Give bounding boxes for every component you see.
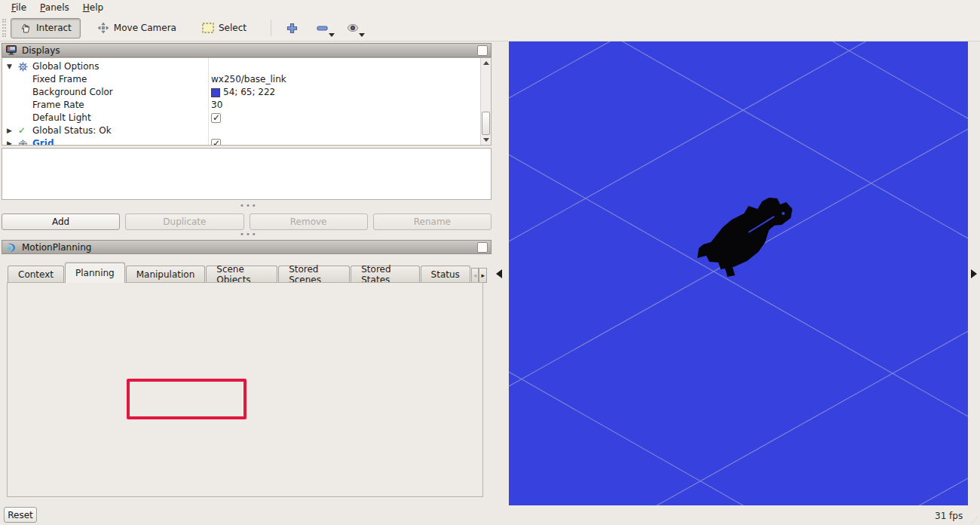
menu-bar: File Panels Help bbox=[0, 0, 980, 15]
fps-counter: 31 fps bbox=[935, 511, 963, 521]
rename-display-button[interactable]: Rename bbox=[373, 213, 492, 230]
viewport-scene bbox=[509, 41, 968, 505]
toolbar-separator bbox=[271, 20, 271, 36]
robot-arm-silhouette bbox=[697, 198, 792, 277]
grid-icon bbox=[18, 139, 28, 146]
motion-planning-panel-header[interactable]: MotionPlanning bbox=[2, 240, 492, 254]
hand-cursor-icon bbox=[20, 22, 32, 34]
menu-panels[interactable]: Panels bbox=[33, 1, 76, 14]
motion-planning-icon bbox=[6, 242, 17, 253]
tab-scroll-left-button[interactable]: ◂ bbox=[471, 268, 479, 283]
move-camera-tool-button[interactable]: Move Camera bbox=[88, 18, 185, 38]
tab-scene-objects[interactable]: Scene Objects bbox=[206, 266, 277, 283]
gear-icon bbox=[18, 62, 28, 72]
minus-icon bbox=[317, 26, 328, 31]
color-value-text: 54; 65; 222 bbox=[223, 86, 275, 99]
monitor-icon bbox=[6, 45, 17, 55]
move-arrows-icon bbox=[97, 22, 109, 34]
tree-item-label: Default Light bbox=[32, 112, 91, 124]
focus-camera-tool-button[interactable] bbox=[339, 18, 366, 38]
interact-tool-button[interactable]: Interact bbox=[11, 18, 81, 38]
motion-planning-panel-detach-button[interactable] bbox=[477, 242, 488, 253]
interact-tool-label: Interact bbox=[36, 23, 72, 33]
panel-collapse-right-arrow[interactable] bbox=[971, 269, 977, 278]
toolbar-drag-handle[interactable] bbox=[2, 19, 6, 37]
tree-row-grid[interactable]: ▶ Grid bbox=[2, 137, 481, 146]
selection-box-icon bbox=[202, 23, 214, 33]
displays-tree[interactable]: ▼ Global Options Fixed Frame wx250/base_… bbox=[2, 57, 492, 146]
tree-item-label: Grid bbox=[32, 137, 54, 146]
default-light-checkbox[interactable] bbox=[211, 113, 221, 123]
frame-rate-value[interactable]: 30 bbox=[211, 99, 222, 112]
add-display-button[interactable]: Add bbox=[2, 213, 120, 230]
tab-stored-states[interactable]: Stored States bbox=[351, 266, 419, 283]
tree-row-global-options[interactable]: ▼ Global Options bbox=[2, 60, 481, 73]
triangle-left-icon: ◂ bbox=[473, 272, 477, 279]
tab-label: Status bbox=[431, 269, 460, 280]
scrollbar-thumb[interactable] bbox=[482, 112, 490, 135]
tab-scroll-right-button[interactable]: ▸ bbox=[479, 268, 487, 283]
status-ok-check-icon: ✓ bbox=[18, 124, 28, 134]
tab-label: Manipulation bbox=[136, 269, 195, 280]
toolbar: Interact Move Camera Select bbox=[0, 15, 980, 41]
tree-item-label: Fixed Frame bbox=[32, 73, 87, 86]
tab-manipulation[interactable]: Manipulation bbox=[126, 266, 206, 283]
select-tool-label: Select bbox=[219, 23, 247, 33]
color-swatch bbox=[211, 88, 220, 97]
duplicate-display-button[interactable]: Duplicate bbox=[125, 213, 243, 230]
displays-panel-header[interactable]: Displays bbox=[2, 43, 492, 57]
displays-panel-detach-button[interactable] bbox=[477, 45, 488, 56]
resize-grip[interactable]: ⋰ bbox=[971, 516, 978, 523]
chevron-right-icon[interactable]: ▶ bbox=[7, 137, 12, 146]
tree-row-fixed-frame[interactable]: Fixed Frame wx250/base_link bbox=[2, 73, 481, 86]
chevron-down-icon[interactable]: ▼ bbox=[7, 60, 12, 73]
fixed-frame-value[interactable]: wx250/base_link bbox=[211, 73, 286, 86]
scrollbar-down-button[interactable] bbox=[481, 135, 491, 145]
tree-row-global-status[interactable]: ▶ ✓ Global Status: Ok bbox=[2, 124, 481, 137]
splitter-handle[interactable]: ••• bbox=[240, 201, 258, 210]
display-description-box bbox=[2, 148, 492, 200]
tree-row-background-color[interactable]: Background Color 54; 65; 222 bbox=[2, 86, 481, 99]
planning-tab-pane bbox=[7, 282, 483, 497]
3d-viewport[interactable] bbox=[509, 41, 968, 505]
plus-icon bbox=[286, 23, 298, 34]
motion-planning-tabs: Context Planning Manipulation Scene Obje… bbox=[8, 265, 487, 283]
add-tool-button[interactable] bbox=[279, 18, 306, 38]
dropdown-caret-icon bbox=[329, 33, 335, 37]
reset-button[interactable]: Reset bbox=[4, 507, 37, 523]
tree-scrollbar[interactable] bbox=[480, 58, 491, 145]
tree-item-label: Global Options bbox=[32, 60, 99, 73]
ground-grid-lines bbox=[509, 41, 968, 505]
display-buttons-row: Add Duplicate Remove Rename bbox=[2, 213, 492, 230]
panel-collapse-left-arrow[interactable] bbox=[496, 269, 502, 278]
tab-stored-scenes[interactable]: Stored Scenes bbox=[278, 266, 350, 283]
triangle-right-icon: ▸ bbox=[481, 272, 485, 279]
background-color-value[interactable]: 54; 65; 222 bbox=[211, 86, 275, 99]
select-tool-button[interactable]: Select bbox=[193, 18, 256, 38]
tab-label: Planning bbox=[75, 268, 115, 278]
remove-tool-button[interactable] bbox=[309, 18, 336, 38]
triangle-left-icon bbox=[496, 269, 502, 278]
tab-planning[interactable]: Planning bbox=[65, 262, 125, 283]
motion-planning-panel-title: MotionPlanning bbox=[22, 242, 91, 253]
scrollbar-up-button[interactable] bbox=[481, 58, 491, 68]
triangle-up-icon bbox=[483, 61, 489, 65]
tab-context[interactable]: Context bbox=[8, 266, 64, 283]
triangle-down-icon bbox=[483, 138, 489, 142]
tree-row-frame-rate[interactable]: Frame Rate 30 bbox=[2, 99, 481, 112]
tree-item-label: Global Status: Ok bbox=[32, 124, 112, 137]
tab-status[interactable]: Status bbox=[421, 266, 470, 283]
remove-display-button[interactable]: Remove bbox=[250, 213, 368, 230]
move-camera-tool-label: Move Camera bbox=[114, 23, 176, 33]
grid-checkbox[interactable] bbox=[211, 139, 221, 146]
dropdown-caret-icon bbox=[359, 33, 365, 37]
tree-row-default-light[interactable]: Default Light bbox=[2, 112, 481, 124]
menu-file[interactable]: File bbox=[5, 1, 33, 14]
tree-item-label: Background Color bbox=[32, 86, 113, 99]
menu-help[interactable]: Help bbox=[76, 1, 110, 14]
chevron-right-icon[interactable]: ▶ bbox=[7, 124, 12, 137]
displays-panel-title: Displays bbox=[22, 45, 60, 56]
eye-icon bbox=[347, 23, 359, 32]
tab-label: Context bbox=[18, 269, 54, 280]
splitter-handle[interactable]: ••• bbox=[240, 230, 258, 238]
